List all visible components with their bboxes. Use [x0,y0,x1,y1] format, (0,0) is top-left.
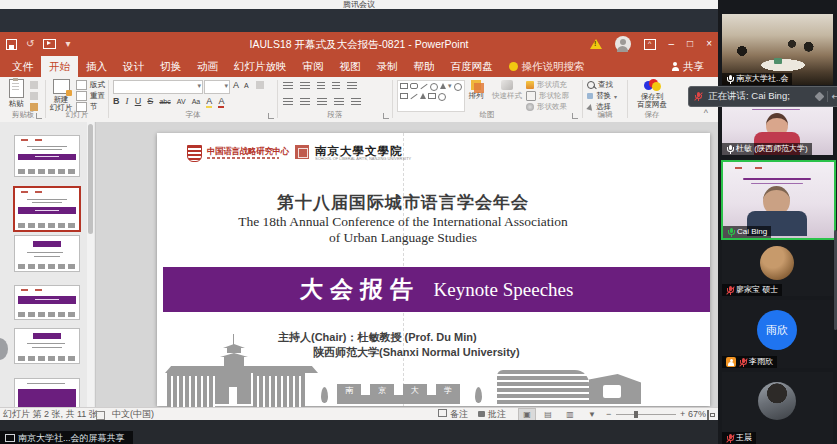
shape-fill-button[interactable]: 形状填充 [526,80,569,90]
ppt-maximize-button[interactable]: □ [687,32,693,56]
participant-tile-4[interactable]: 廖家宝 硕士 [722,240,833,296]
tab-insert[interactable]: 插入 [78,56,115,77]
grow-font-button[interactable]: A [233,80,239,90]
slide-thumbnail-3[interactable] [14,235,80,272]
font-size-select[interactable] [204,80,230,94]
shapes-gallery[interactable]: ▾ [397,80,465,112]
isoceles-shape-icon[interactable] [420,93,426,99]
zoom-slider-thumb[interactable] [634,411,638,418]
bold-button[interactable]: B [113,96,120,106]
slide-thumbnail-4[interactable] [14,285,80,320]
paragraph-dialog-launcher[interactable] [383,113,389,119]
new-slide-button[interactable]: 新建 幻灯片 [48,79,74,112]
slide-thumbnail-6[interactable] [14,378,80,408]
triangle-shape-icon[interactable] [440,83,446,89]
rounded-rectangle-shape-icon[interactable] [410,83,418,89]
text-shadow-button[interactable]: abc [159,98,170,105]
account-avatar[interactable] [615,36,631,52]
ribbon-display-options-icon[interactable]: ^ [644,39,656,50]
strikethrough-button[interactable]: S [147,96,153,106]
line-shape-icon[interactable] [420,84,427,89]
slide-canvas[interactable]: 中国语言战略研究中心 南京大學文學院 SCHOOL OF LIBERAL ART… [157,133,710,406]
participant-tile-caibing[interactable]: Cai Bing [721,160,836,240]
tab-home[interactable]: 开始 [41,56,78,77]
quick-styles-button[interactable]: 快速样式 [490,80,524,100]
cut-icon[interactable] [30,81,38,89]
align-left-icon[interactable] [283,98,293,106]
qat-dropdown-icon[interactable]: ▾ [65,39,70,49]
reset-button[interactable]: 重置 [76,91,105,101]
justify-icon[interactable] [334,98,344,106]
find-button[interactable]: 查找 [587,80,617,90]
highlight-color-button[interactable]: A [206,96,212,108]
align-center-icon[interactable] [300,98,310,106]
underline-button[interactable]: U [135,96,142,106]
shape-outline-button[interactable]: 形状轮廓 [526,91,569,101]
speaking-indicator-banner[interactable]: 正在讲话: Cai Bing; ↩ [688,86,837,107]
reading-view-button[interactable]: ▥ [562,409,578,420]
tab-transitions[interactable]: 切换 [152,56,189,77]
replace-button[interactable]: 替换▾ [587,91,617,101]
slide-thumbnail-1[interactable] [14,135,80,177]
oval-shape-icon[interactable] [430,83,438,91]
participant-tile-room[interactable]: 南京大学社..会 [722,14,833,85]
font-dialog-launcher[interactable] [268,113,274,119]
circle-shape-icon[interactable] [454,83,462,91]
share-button[interactable]: 共享 [671,56,704,77]
curve-shape-icon[interactable] [410,94,417,99]
decrease-indent-icon[interactable] [317,82,325,90]
proofing-icon[interactable] [96,411,105,420]
slideshow-view-button[interactable]: ▼ [584,409,600,420]
italic-button[interactable]: I [126,96,129,106]
character-spacing-button[interactable]: AV [177,98,186,105]
thumbnail-scrollbar[interactable] [87,122,94,407]
font-color-button[interactable]: A [218,96,224,108]
tab-slideshow[interactable]: 幻灯片放映 [226,56,295,77]
frame-shape-icon[interactable] [400,93,408,99]
layout-button[interactable]: 版式 [76,80,105,90]
zoom-slider-track[interactable] [616,414,676,415]
participant-tile-yuxin[interactable]: 雨欣 李雨欣 [722,300,833,368]
drawing-dialog-launcher[interactable] [572,113,578,119]
tab-animations[interactable]: 动画 [189,56,226,77]
arrow-shape-icon[interactable]: ▾ [448,83,452,89]
shrink-font-button[interactable]: A [244,82,249,89]
copy-icon[interactable] [30,92,38,100]
clipboard-dialog-launcher[interactable] [36,113,42,119]
save-icon[interactable] [6,39,17,50]
warning-icon[interactable] [590,39,602,49]
reply-arrow-icon[interactable]: ↩ [832,91,837,102]
paste-button[interactable]: 粘贴 [6,79,26,108]
tab-baidu-netdisk[interactable]: 百度网盘 [443,56,501,77]
tab-help[interactable]: 帮助 [406,56,443,77]
font-name-select[interactable] [113,80,203,94]
slide-thumbnail-5[interactable] [14,328,80,364]
slide-sorter-view-button[interactable]: ▤ [540,409,556,420]
ppt-minimize-button[interactable]: – [669,32,675,56]
tab-view[interactable]: 视图 [332,56,369,77]
bracket-shape-icon[interactable] [428,93,436,99]
save-to-baidu-button[interactable]: 保存到 百度网盘 [632,79,672,109]
collapse-ribbon-icon[interactable]: ^ [704,108,708,118]
undo-icon[interactable]: ↺ [26,39,34,49]
tab-file[interactable]: 文件 [4,56,41,77]
numbering-icon[interactable] [300,82,310,90]
donut-shape-icon[interactable] [438,93,446,101]
line-spacing-icon[interactable] [347,82,357,90]
tab-design[interactable]: 设计 [115,56,152,77]
clear-formatting-icon[interactable] [256,81,264,89]
change-case-button[interactable]: Aa [192,98,201,105]
tell-me-search[interactable]: 操作说明搜索 [522,56,585,77]
bullets-icon[interactable] [283,82,293,90]
ppt-close-button[interactable]: × [706,32,712,56]
arrange-button[interactable]: 排列 [464,80,488,100]
tab-review[interactable]: 审阅 [295,56,332,77]
increase-indent-icon[interactable] [332,82,340,90]
tab-record[interactable]: 录制 [369,56,406,77]
participant-tile-wangchen[interactable]: 王晨 [722,372,833,444]
slide-thumbnail-2-selected[interactable] [13,186,81,232]
columns-icon[interactable] [351,98,361,106]
start-slideshow-icon[interactable] [43,39,56,49]
align-right-icon[interactable] [317,98,327,106]
rectangle-shape-icon[interactable] [400,83,408,89]
